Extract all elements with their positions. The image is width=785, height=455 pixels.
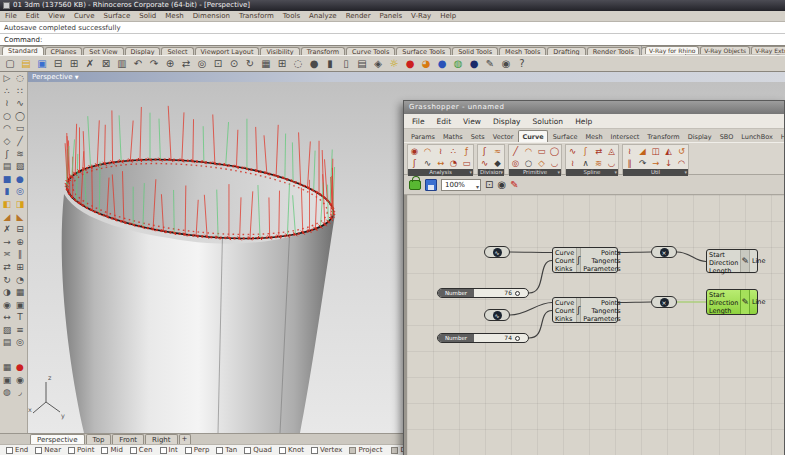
osnap-item[interactable]: Knot: [279, 446, 304, 454]
viewport-tab[interactable]: Top: [86, 434, 112, 444]
move-object-icon[interactable]: ⇄: [1, 261, 14, 274]
fillet-gh-icon[interactable]: ◢: [636, 145, 649, 157]
rectangle-icon[interactable]: ▭: [14, 122, 27, 135]
divide-curve-node-2[interactable]: CurveCountKinks ʃ PointsTangentsParamete…: [552, 297, 618, 323]
toolbar-tab[interactable]: Mesh Tools: [499, 47, 546, 55]
curve-param-node-2[interactable]: ∿: [484, 309, 510, 321]
command-prompt[interactable]: Command:: [0, 34, 785, 46]
box-icon[interactable]: ■: [1, 173, 14, 186]
render-preview-icon[interactable]: ◕: [418, 56, 434, 71]
zoom-window-icon[interactable]: ⊡: [210, 56, 226, 71]
vector-param-node-2[interactable]: ×: [651, 296, 677, 308]
menu-item[interactable]: Analyze: [309, 12, 337, 20]
gh-category-tab[interactable]: Transform: [644, 132, 682, 142]
toolbar-tab[interactable]: Curve Tools: [346, 47, 395, 55]
sphere-icon[interactable]: ●: [14, 173, 27, 186]
menu-item[interactable]: Curve: [74, 12, 95, 20]
osnap-item[interactable]: Int: [160, 446, 178, 454]
toolbar-tab[interactable]: Viewport Layout: [195, 47, 260, 55]
loft-icon[interactable]: ▧: [14, 160, 27, 173]
input-param-label[interactable]: Direction: [709, 299, 738, 307]
toolbar-tab[interactable]: Surface Tools: [396, 47, 451, 55]
osnap-item[interactable]: Near: [35, 446, 61, 454]
menu-item[interactable]: Edit: [26, 12, 40, 20]
input-param-label[interactable]: Direction: [709, 259, 738, 267]
trim-icon[interactable]: ✗: [1, 223, 14, 236]
osnap-item[interactable]: Perp: [185, 446, 210, 454]
gh-category-tab[interactable]: Intersect: [608, 132, 643, 142]
view-capture-icon[interactable]: ▦: [1, 361, 14, 374]
tween-curve-icon[interactable]: ≋: [592, 157, 605, 169]
osnap-item[interactable]: Vertex: [311, 446, 343, 454]
gh-menu-item[interactable]: View: [463, 117, 481, 126]
offset-icon[interactable]: ∥: [14, 248, 27, 261]
record-history-icon[interactable]: ●: [14, 361, 27, 374]
gh-category-tab[interactable]: Params: [408, 132, 438, 142]
menu-item[interactable]: Tools: [283, 12, 300, 20]
toolbar-tab[interactable]: Solid Tools: [452, 47, 498, 55]
gh-menu-item[interactable]: Edit: [437, 117, 452, 126]
divide-curve-icon[interactable]: ʃ: [478, 145, 491, 157]
help-icon[interactable]: ?: [514, 56, 530, 71]
visibility-icon[interactable]: ◎: [14, 336, 27, 349]
boolean-union-icon[interactable]: ◧: [1, 198, 14, 211]
mirror-icon[interactable]: ◑: [1, 286, 14, 299]
viewport-tab[interactable]: Right: [145, 434, 177, 444]
output-param-label[interactable]: Parameters: [583, 315, 620, 323]
ellipse-gh-icon[interactable]: ◯: [548, 145, 561, 157]
flip-curve-icon[interactable]: ↷: [636, 157, 649, 169]
explode-icon[interactable]: ≍: [1, 248, 14, 261]
line-icon[interactable]: ╱: [14, 135, 27, 148]
move-icon[interactable]: ⇄: [178, 56, 194, 71]
dimension-icon[interactable]: ↔: [1, 311, 14, 324]
input-param-label[interactable]: Kinks: [555, 265, 574, 273]
osnap-item[interactable]: Point: [68, 446, 94, 454]
curve-param-node-1[interactable]: ∿: [484, 246, 510, 258]
toolbar-tab[interactable]: Standard: [2, 46, 44, 55]
arc-3pt-icon[interactable]: ◡: [548, 157, 561, 169]
text-icon[interactable]: T: [14, 311, 27, 324]
osnap-checkbox[interactable]: [279, 447, 286, 454]
input-param-label[interactable]: Curve: [555, 249, 574, 257]
input-param-label[interactable]: Count: [555, 257, 574, 265]
paste-icon[interactable]: ▥: [114, 56, 130, 71]
input-param-label[interactable]: Start: [709, 291, 738, 299]
gh-category-tab[interactable]: Sets: [468, 132, 488, 142]
preview-eye-icon[interactable]: ◉: [497, 178, 506, 192]
properties-icon[interactable]: ≡: [14, 324, 27, 337]
output-param-label[interactable]: Line: [752, 257, 766, 265]
open-file-icon[interactable]: ▤: [18, 56, 34, 71]
explode-curve-icon[interactable]: ◫: [649, 145, 662, 157]
input-param-label[interactable]: Kinks: [555, 315, 574, 323]
output-param-label[interactable]: Parameters: [583, 265, 620, 273]
osnap-mode-button[interactable]: Project: [349, 446, 382, 454]
slider-track[interactable]: 74: [474, 334, 528, 342]
polyline-gh-icon[interactable]: ∧: [579, 157, 592, 169]
point-cloud-icon[interactable]: ∷: [14, 85, 27, 98]
grasshopper-canvas[interactable]: ∿ CurveCountKinks ʃ PointsTangentsParame…: [404, 195, 784, 455]
gh-menu-item[interactable]: Help: [575, 117, 592, 126]
osnap-item[interactable]: Tan: [216, 446, 237, 454]
smooth-polyline-icon[interactable]: ◠: [675, 157, 688, 169]
viewport-tab[interactable]: Front: [112, 434, 144, 444]
render-globe-icon[interactable]: ◍: [450, 56, 466, 71]
menu-item[interactable]: Panels: [380, 12, 403, 20]
geodesic-icon[interactable]: ◡: [605, 157, 618, 169]
menu-item[interactable]: Render: [346, 12, 371, 20]
osnap-icon[interactable]: ◈: [370, 56, 386, 71]
osnap-item[interactable]: Mid: [101, 446, 122, 454]
curvature-graph-icon[interactable]: ∿: [421, 157, 434, 169]
toolbar-tab[interactable]: Display: [125, 47, 161, 55]
pull-curve-icon[interactable]: ↓: [662, 157, 675, 169]
polygon-gh-icon[interactable]: ◇: [535, 157, 548, 169]
copy-icon[interactable]: ⊞: [66, 56, 82, 71]
join-icon[interactable]: ⊕: [14, 236, 27, 249]
line-sdl-node-2-selected[interactable]: StartDirectionLength ✎ Line: [706, 289, 758, 315]
chamfer-icon[interactable]: ◣: [14, 211, 27, 224]
toolbar-tab[interactable]: Set View: [83, 47, 123, 55]
osnap-checkbox[interactable]: [68, 447, 75, 454]
sketch-pen-icon[interactable]: ✎: [510, 178, 518, 192]
osnap-checkbox[interactable]: [216, 447, 223, 454]
length-icon[interactable]: ↔: [434, 157, 447, 169]
gh-category-tab[interactable]: Surface: [550, 132, 581, 142]
